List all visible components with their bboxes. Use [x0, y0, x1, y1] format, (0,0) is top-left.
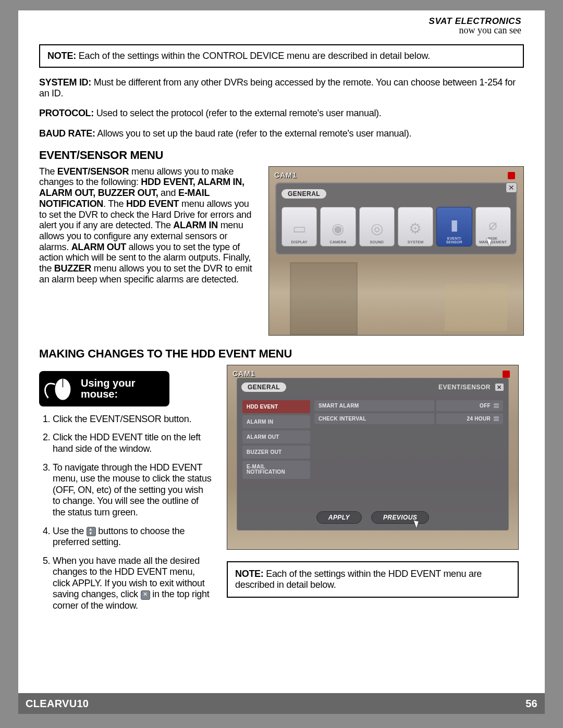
def-key: BAUD RATE:	[39, 128, 95, 139]
sidebar-item-alarm-out[interactable]: ALARM OUT	[242, 430, 310, 443]
def-protocol: PROTOCOL: Used to select the protocol (r…	[39, 108, 524, 119]
setting-value[interactable]: OFF	[436, 400, 503, 411]
screenshot-general-menu: CAM1 ✕ GENERAL ▭DISPLAY ◉CAMERA ◎SOUND ⚙…	[268, 166, 524, 336]
updown-icon[interactable]	[494, 416, 499, 421]
tab-general[interactable]: GENERAL	[241, 382, 286, 392]
event-sensor-icon: ▮	[450, 216, 458, 233]
close-inline-icon[interactable]	[141, 590, 150, 600]
setting-row: SMART ALARM OFF	[314, 400, 503, 411]
def-key: SYSTEM ID:	[39, 77, 91, 88]
brand-line1: SVAT ELECTRONICS	[429, 17, 521, 26]
def-key: PROTOCOL:	[39, 108, 94, 118]
disk-icon: ⌀	[488, 216, 497, 233]
menu-icon-camera[interactable]: ◉CAMERA	[320, 207, 356, 246]
setting-key: SMART ALARM	[314, 400, 434, 411]
using-mouse-text: Using yourmouse:	[81, 378, 135, 400]
sidebar-item-buzzer-out[interactable]: BUZZER OUT	[242, 446, 310, 459]
note-box-control-device: NOTE: Each of the settings within the CO…	[39, 44, 524, 68]
using-mouse-callout: Using yourmouse:	[39, 371, 169, 406]
step-5: When you have made all the desired chang…	[53, 556, 216, 612]
screenshot-hdd-event-menu: CAM1 GENERAL EVENT/SENSOR ✕ HDD EVENT	[227, 365, 519, 550]
updown-icon[interactable]	[87, 527, 96, 536]
button-row: APPLY PREVIOUS	[237, 511, 508, 524]
page-footer: CLEARVU10 56	[18, 693, 545, 714]
def-system-id: SYSTEM ID: Must be different from any ot…	[39, 77, 524, 98]
note-label: NOTE:	[47, 51, 76, 61]
note-box-hdd-event: NOTE: Each of the settings within the HD…	[227, 561, 519, 598]
steps-list: Click the EVENT/SENSOR button. Click the…	[53, 414, 216, 612]
breadcrumb: EVENT/SENSOR ✕	[438, 383, 504, 391]
sidebar-item-hdd-event[interactable]: HDD EVENT	[242, 400, 310, 413]
settings-area: SMART ALARM OFF CHECK INTERVAL 24 HOUR	[314, 400, 503, 424]
def-val: Must be different from any other DVRs be…	[39, 77, 516, 98]
sound-icon: ◎	[371, 220, 383, 237]
sidebar-item-alarm-in[interactable]: ALARM IN	[242, 415, 310, 428]
setting-key: CHECK INTERVAL	[314, 413, 434, 424]
brand-block: SVAT ELECTRONICS now you can see	[429, 17, 521, 35]
def-baud-rate: BAUD RATE: Allows you to set up the baud…	[39, 128, 524, 139]
close-icon[interactable]: ✕	[495, 383, 504, 391]
sidebar-item-email[interactable]: E-MAIL NOTIFICATION	[242, 461, 310, 479]
previous-button[interactable]: PREVIOUS	[371, 511, 429, 524]
def-val: Allows you to set up the baud rate (refe…	[95, 128, 411, 139]
display-icon: ▭	[292, 220, 306, 237]
apply-button[interactable]: APPLY	[316, 511, 362, 524]
note-text: Each of the settings within the CONTROL …	[76, 51, 430, 61]
note-label: NOTE:	[235, 569, 264, 579]
heading-hdd-event: MAKING CHANGES TO THE HDD EVENT MENU	[39, 347, 524, 361]
general-menu-panel: ✕ GENERAL ▭DISPLAY ◉CAMERA ◎SOUND ⚙SYSTE…	[275, 182, 517, 255]
menu-icon-sound[interactable]: ◎SOUND	[359, 207, 395, 246]
brand-line2: now you can see	[429, 26, 521, 35]
page-content: SVAT ELECTRONICS now you can see NOTE: E…	[18, 10, 545, 714]
tab-general[interactable]: GENERAL	[282, 189, 326, 199]
system-icon: ⚙	[409, 220, 422, 237]
def-val: Used to select the protocol (refer to th…	[94, 108, 382, 118]
menu-icon-display[interactable]: ▭DISPLAY	[282, 207, 317, 246]
updown-icon[interactable]	[494, 403, 499, 408]
side-menu: HDD EVENT ALARM IN ALARM OUT BUZZER OUT …	[242, 400, 310, 479]
setting-row: CHECK INTERVAL 24 HOUR	[314, 413, 503, 424]
heading-event-sensor: EVENT/SENSOR MENU	[39, 149, 524, 162]
event-sensor-paragraph: The EVENT/SENSOR menu allows you to make…	[39, 166, 258, 285]
step-1: Click the EVENT/SENSOR button.	[53, 414, 216, 425]
cam-label: CAM1	[232, 369, 255, 378]
menu-icon-disk[interactable]: ⌀DISK MANAGEMENT	[475, 207, 511, 246]
cam-label: CAM1	[274, 171, 297, 179]
menu-icon-row: ▭DISPLAY ◉CAMERA ◎SOUND ⚙SYSTEM ▮EVENT/ …	[282, 207, 511, 246]
mouse-icon	[44, 376, 74, 401]
step-4: Use the buttons to choose the preferred …	[53, 526, 216, 548]
step-3: To navigate through the HDD EVENT menu, …	[53, 462, 216, 519]
footer-page-number: 56	[525, 698, 537, 710]
menu-icon-system[interactable]: ⚙SYSTEM	[398, 207, 433, 246]
note-text: Each of the settings within the HDD EVEN…	[235, 569, 482, 590]
record-indicator-icon	[503, 371, 510, 378]
record-indicator-icon	[508, 172, 515, 179]
menu-icon-event-sensor[interactable]: ▮EVENT/ SENSOR	[436, 207, 472, 246]
camera-icon: ◉	[332, 220, 344, 237]
step-2: Click the HDD EVENT title on the left ha…	[53, 432, 216, 454]
setting-value[interactable]: 24 HOUR	[436, 413, 503, 424]
footer-model: CLEARVU10	[26, 698, 89, 710]
event-sensor-panel: GENERAL EVENT/SENSOR ✕ HDD EVENT ALARM I…	[237, 378, 509, 530]
close-icon[interactable]: ✕	[506, 182, 517, 193]
